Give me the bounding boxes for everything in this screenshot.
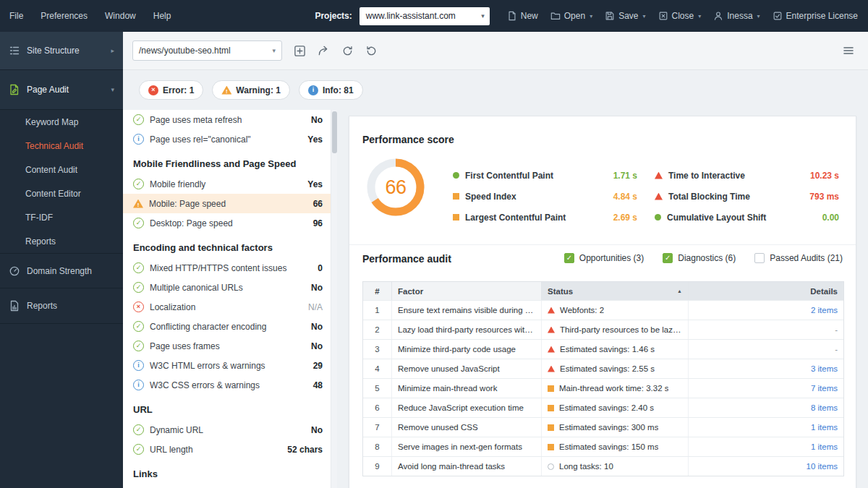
details-link[interactable]: 1 items (811, 442, 838, 451)
button-label: Close (672, 11, 694, 21)
table-row[interactable]: 5Minimize main-thread workMain-thread wo… (363, 378, 843, 398)
scrollbar-thumb[interactable] (332, 111, 337, 153)
page-audit-icon (9, 84, 20, 95)
sidebar-item-reports[interactable]: Reports (0, 288, 123, 324)
filter-passed-audits-21[interactable]: Passed Audits (21) (754, 253, 843, 263)
sidebar-item-technical-audit[interactable]: Technical Audit (0, 134, 123, 158)
audit-filters: ✓Opportunities (3)✓Diagnostics (6)Passed… (564, 253, 843, 263)
circle-marker-icon (548, 463, 554, 470)
audit-list-item[interactable]: ✓URL length52 chars (123, 440, 331, 459)
sidebar-item-content-audit[interactable]: Content Audit (0, 158, 123, 181)
chevron-down-icon: ▾ (111, 86, 114, 93)
chevron-down-icon: ▾ (643, 13, 646, 20)
metric-largest-contentful-paint: Largest Contentful Paint2.69 s (453, 213, 637, 223)
audit-list-item[interactable]: ✓Conflicting character encodingNo (123, 317, 331, 336)
save-icon (605, 11, 615, 21)
table-row[interactable]: 2Lazy load third-party resources with f.… (363, 320, 843, 339)
project-select[interactable]: www.link-assistant.com ▾ (359, 7, 490, 25)
cell-number: 4 (363, 359, 392, 378)
table-row[interactable]: 8Serve images in next-gen formatsEstimat… (363, 437, 843, 456)
column-header-num[interactable]: # (363, 282, 392, 300)
sidebar-item-label: Page Audit (27, 85, 69, 95)
audit-list-item[interactable]: ✓Mixed HTTP/HTTPS content issues0 (123, 258, 331, 278)
audit-item-value: No (311, 425, 323, 435)
pill-warning[interactable]: !Warning: 1 (212, 80, 290, 100)
menu-help[interactable]: Help (153, 11, 171, 21)
refresh-button[interactable] (338, 41, 357, 60)
sidebar-item-keyword-map[interactable]: Keyword Map (0, 110, 123, 134)
audit-list-item[interactable]: ✓Page uses meta refreshNo (123, 110, 331, 129)
column-header-details[interactable]: Details (689, 282, 843, 300)
details-link[interactable]: 8 items (811, 403, 838, 412)
filter-opportunities-3[interactable]: ✓Opportunities (3) (564, 253, 644, 263)
audit-list-item[interactable]: ✓Mobile friendlyYes (123, 174, 331, 194)
error-icon: × (133, 301, 144, 312)
table-row[interactable]: 6Reduce JavaScript execution timeEstimat… (363, 398, 843, 417)
audit-list-item[interactable]: iPage uses rel="canonical"Yes (123, 129, 331, 149)
pill-error[interactable]: ×Error: 1 (139, 80, 203, 100)
sidebar-item-page-audit[interactable]: Page Audit ▾ (0, 70, 123, 110)
menu-file[interactable]: File (9, 11, 23, 21)
details-link[interactable]: 1 items (811, 423, 838, 432)
audit-list-item[interactable]: iW3C CSS errors & warnings48 (123, 375, 331, 395)
cell-status: Estimated savings: 2.40 s (542, 398, 689, 417)
column-label: # (375, 287, 379, 296)
sidebar-item-content-editor[interactable]: Content Editor (0, 181, 123, 205)
menu-icon[interactable] (841, 43, 856, 59)
cell-number: 5 (363, 379, 392, 398)
audit-list-item[interactable]: ✓Desktop: Page speed96 (123, 213, 331, 233)
close-button[interactable]: Close▾ (658, 11, 702, 21)
sidebar: Site Structure ▸ Page Audit ▾ Keyword Ma… (0, 32, 123, 488)
info-icon: i (133, 134, 144, 145)
audit-list-item[interactable]: iW3C HTML errors & warnings29 (123, 356, 331, 375)
url-select[interactable]: /news/youtube-seo.html ▾ (132, 40, 282, 61)
details-link[interactable]: 10 items (807, 462, 838, 471)
audit-section-header: Links (123, 459, 331, 484)
audit-list-item[interactable]: ✓Page uses framesNo (123, 336, 331, 356)
audit-list-item[interactable]: ×LocalizationN/A (123, 297, 331, 317)
new-button[interactable]: New (507, 11, 538, 21)
checkbox-icon[interactable]: ✓ (663, 253, 673, 263)
sidebar-item-label: Domain Strength (27, 266, 92, 276)
forward-arrow-button[interactable] (314, 41, 333, 60)
column-header-factor[interactable]: Factor (392, 282, 542, 300)
audit-list-item[interactable]: !Mobile: Page speed66 (123, 194, 331, 213)
scrollbar[interactable] (331, 110, 337, 488)
save-button[interactable]: Save▾ (605, 11, 645, 21)
details-link[interactable]: 2 items (811, 306, 838, 314)
menu-preferences[interactable]: Preferences (41, 11, 88, 21)
column-label: Details (810, 287, 838, 296)
performance-score-value: 66 (365, 157, 426, 218)
table-row[interactable]: 4Remove unused JavaScriptEstimated savin… (363, 359, 843, 378)
details-link[interactable]: 7 items (811, 384, 838, 393)
pill-info[interactable]: iInfo: 81 (299, 80, 363, 100)
open-button[interactable]: Open▾ (550, 11, 592, 21)
details-link[interactable]: 3 items (811, 364, 838, 373)
add-page-button[interactable] (290, 41, 309, 60)
cell-details: - (689, 340, 843, 359)
audit-list-item[interactable]: ✓Dynamic URLNo (123, 420, 331, 440)
metric-label: Largest Contentful Paint (465, 213, 566, 223)
checkbox-icon[interactable] (754, 253, 765, 263)
table-row[interactable]: 3Minimize third-party code usageEstimate… (363, 339, 843, 359)
table-row[interactable]: 9Avoid long main-thread tasksLong tasks:… (363, 456, 843, 476)
audit-list-item[interactable]: ✓Multiple canonical URLsNo (123, 278, 331, 297)
column-header-status[interactable]: Status▲ (542, 282, 689, 300)
sidebar-item-domain-strength[interactable]: Domain Strength (0, 253, 123, 288)
sidebar-item-reports[interactable]: Reports (0, 229, 123, 253)
metric-value: 793 ms (809, 192, 839, 202)
sort-ascending-icon: ▲ (677, 288, 682, 294)
license-button[interactable]: Enterprise License (773, 11, 858, 21)
user-button[interactable]: Inessa▾ (713, 11, 760, 21)
chevron-down-icon: ▾ (481, 12, 485, 20)
checkbox-icon[interactable]: ✓ (564, 253, 574, 263)
table-row[interactable]: 1Ensure text remains visible during w...… (363, 300, 843, 320)
sidebar-item-tf-idf[interactable]: TF-IDF (0, 205, 123, 229)
pill-label: Info: 81 (323, 85, 354, 95)
rebuild-page-button[interactable] (362, 41, 380, 60)
table-row[interactable]: 7Remove unused CSSEstimated savings: 300… (363, 417, 843, 437)
filter-diagnostics-6[interactable]: ✓Diagnostics (6) (663, 253, 736, 263)
menu-window[interactable]: Window (105, 11, 136, 21)
chevron-down-icon: ▾ (698, 13, 701, 20)
sidebar-item-site-structure[interactable]: Site Structure ▸ (0, 32, 123, 70)
